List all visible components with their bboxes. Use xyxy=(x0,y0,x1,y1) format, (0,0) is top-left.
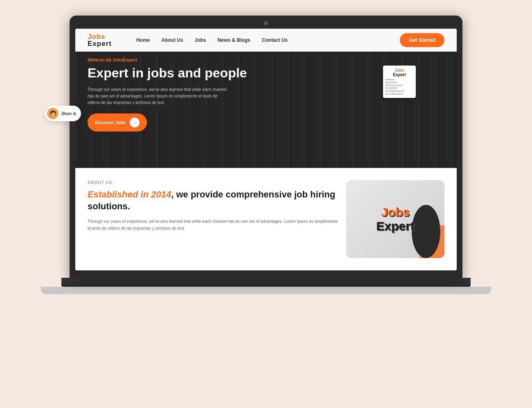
hero-content: Welkom bij JobsExpert Expert in jobs and… xyxy=(88,57,266,131)
nav-contact-us[interactable]: Contact Us xyxy=(262,37,288,43)
logo-big: Jobs Expert xyxy=(376,205,414,233)
about-title-italic: Established in 2014 xyxy=(88,189,171,199)
user-tooltip: 🧑 Jhon d. xyxy=(45,106,81,121)
about-description: Through our years of experience, we've a… xyxy=(88,218,338,232)
hero-subtitle: Welkom bij JobsExpert xyxy=(88,57,266,62)
building-sign: Jobs Expert Uitzenden Detachering Wervin… xyxy=(383,66,416,98)
hero-section: Jobs Expert Home About Us Jobs News & Bl… xyxy=(75,29,457,168)
get-started-button[interactable]: Get Started xyxy=(400,33,444,47)
nav-about-us[interactable]: About Us xyxy=(161,37,183,43)
hero-title: Expert in jobs and people xyxy=(88,66,266,81)
nav-news-blogs[interactable]: News & Blogs xyxy=(218,37,250,43)
logo-big-jobs: Jobs xyxy=(376,205,414,219)
logo-expert: Expert xyxy=(88,40,112,47)
sign-text: Uitzenden Detachering Werving & Selectie… xyxy=(385,78,413,95)
logo: Jobs Expert xyxy=(88,33,112,47)
about-section: ABOUT US. Established in 2014, we provid… xyxy=(75,168,457,270)
logo-jobs: Jobs xyxy=(88,33,112,40)
laptop-bottom xyxy=(41,287,491,294)
sign-logo-expert: Expert xyxy=(385,73,413,77)
sign-logo-jobs: Jobs xyxy=(385,68,413,73)
discover-jobs-button[interactable]: Discover Jobs → xyxy=(88,113,147,131)
nav-links: Home About Us Jobs News & Blogs Contact … xyxy=(136,37,400,43)
about-title: Established in 2014, we provide comprehe… xyxy=(88,189,338,212)
nav-jobs[interactable]: Jobs xyxy=(195,37,206,43)
hero-description: Through our years of experience, we've a… xyxy=(88,86,227,106)
laptop-screen-outer: Jobs Expert Home About Us Jobs News & Bl… xyxy=(70,16,462,278)
avatar: 🧑 xyxy=(47,108,59,119)
logo-big-expert: Expert xyxy=(376,219,414,233)
laptop-screen-inner: Jobs Expert Home About Us Jobs News & Bl… xyxy=(75,29,457,270)
about-left: ABOUT US. Established in 2014, we provid… xyxy=(88,180,338,258)
navbar: Jobs Expert Home About Us Jobs News & Bl… xyxy=(75,29,457,52)
laptop-camera xyxy=(264,21,268,25)
tooltip-arrow-icon xyxy=(70,121,77,126)
laptop-frame: Jobs Expert Home About Us Jobs News & Bl… xyxy=(61,16,471,392)
nav-home[interactable]: Home xyxy=(136,37,150,43)
about-label: ABOUT US. xyxy=(88,180,338,185)
discover-jobs-label: Discover Jobs xyxy=(95,120,126,125)
person-silhouette xyxy=(412,205,440,258)
about-image: Jobs Expert xyxy=(346,180,444,258)
user-name: Jhon d. xyxy=(61,111,77,116)
laptop-base xyxy=(61,278,471,287)
arrow-icon: → xyxy=(130,118,140,127)
